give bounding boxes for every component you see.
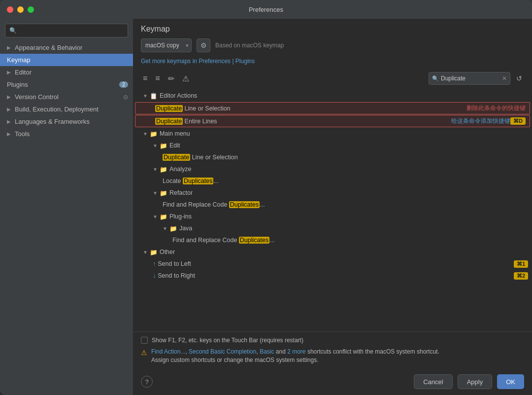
expand-all-button[interactable]: ≡ bbox=[141, 73, 149, 84]
send-right-icon: ↓ bbox=[153, 272, 156, 279]
main-content: 🔍 ▶ Appearance & Behavior Keymap ▶ Edito… bbox=[0, 19, 532, 395]
keymap-select[interactable]: macOS copy bbox=[141, 38, 192, 52]
main-menu-icon: 📁 bbox=[150, 130, 158, 138]
analyze-folder-icon: 📁 bbox=[160, 166, 167, 173]
sidebar-item-keymap[interactable]: Keymap bbox=[0, 54, 133, 66]
bottom-area: Show F1, F2, etc. keys on the Touch Bar … bbox=[133, 331, 532, 369]
tree-area: ▼ 📋 Editor Actions Duplicate Line or Sel… bbox=[133, 88, 532, 331]
touch-bar-row: Show F1, F2, etc. keys on the Touch Bar … bbox=[141, 337, 524, 344]
sidebar-item-version-control[interactable]: ▶ Version Control ⊙ bbox=[0, 91, 133, 103]
tree-row-java[interactable]: ▼ 📁 Java bbox=[133, 222, 532, 234]
sidebar-item-editor[interactable]: ▶ Editor bbox=[0, 66, 133, 78]
duplicates-highlight4: Duplicates bbox=[183, 178, 213, 184]
help-button[interactable]: ? bbox=[141, 376, 153, 388]
basic-link[interactable]: Basic bbox=[260, 348, 274, 355]
warning-button[interactable]: ⚠ bbox=[180, 73, 191, 84]
sidebar-item-label: Build, Execution, Deployment bbox=[15, 106, 99, 113]
analyze-label: Analyze bbox=[169, 166, 191, 173]
minimize-button[interactable] bbox=[17, 6, 24, 13]
second-basic-link[interactable]: Second Basic Completion bbox=[189, 348, 256, 355]
touch-bar-checkbox[interactable] bbox=[141, 337, 148, 344]
edit-label: Edit bbox=[169, 142, 180, 149]
warning-text2: Assign custom shortcuts or change the ma… bbox=[151, 357, 318, 363]
find-action-link[interactable]: Find Action... bbox=[151, 348, 185, 355]
more-link[interactable]: 2 more bbox=[287, 348, 305, 355]
apply-button[interactable]: Apply bbox=[458, 374, 493, 389]
locate-post: ... bbox=[213, 178, 218, 184]
tree-row-duplicate-entire[interactable]: Duplicate Entire Lines 给这条命令添加快捷键 ⌘D bbox=[135, 115, 530, 127]
chevron-down-icon: ▼ bbox=[153, 167, 158, 172]
clear-search-button[interactable]: ✕ bbox=[502, 75, 507, 82]
remove-shortcut-text: 删除此条命令的快捷键 bbox=[466, 104, 526, 112]
edit-button[interactable]: ✏ bbox=[166, 73, 176, 84]
keymap-select-wrapper: macOS copy bbox=[141, 38, 192, 52]
ok-button[interactable]: OK bbox=[497, 374, 524, 389]
warning-icon: ⚠ bbox=[141, 348, 147, 358]
add-shortcut-text: 给这条命令添加快捷键 bbox=[451, 117, 510, 125]
chevron-right-icon: ▶ bbox=[7, 94, 11, 100]
toolbar-row: ≡ ≡ ✏ ⚠ 🔍 Duplicate ✕ ↺ bbox=[133, 69, 532, 88]
vcs-icon: ⊙ bbox=[123, 94, 128, 101]
sidebar-item-plugins[interactable]: Plugins 2 bbox=[0, 78, 133, 91]
right-panel: Keymap macOS copy ⚙ Based on macOS keyma… bbox=[133, 19, 532, 395]
tree-row-editor-actions[interactable]: ▼ 📋 Editor Actions bbox=[133, 90, 532, 102]
maximize-button[interactable] bbox=[28, 6, 34, 13]
tree-row-duplicate-line[interactable]: Duplicate Line or Selection 删除此条命令的快捷键 bbox=[135, 102, 530, 114]
locate-duplicates-label: Locate Duplicates... bbox=[163, 178, 528, 184]
edit-folder-icon: 📁 bbox=[160, 142, 167, 149]
sidebar-item-build[interactable]: ▶ Build, Execution, Deployment bbox=[0, 103, 133, 115]
duplicate-entire-suffix: Entire Lines bbox=[185, 118, 217, 125]
search-field: 🔍 Duplicate ✕ bbox=[429, 72, 510, 85]
tree-row-main-menu[interactable]: ▼ 📁 Main menu bbox=[133, 128, 532, 140]
sidebar-item-label: Keymap bbox=[7, 56, 31, 64]
close-button[interactable] bbox=[7, 6, 13, 13]
edit-duplicate-suffix: Line or Selection bbox=[192, 154, 238, 161]
tree-row-analyze[interactable]: ▼ 📁 Analyze bbox=[133, 163, 532, 175]
plugin-links-row: Get more keymaps in Preferences | Plugin… bbox=[141, 56, 524, 65]
tree-row-other[interactable]: ▼ 📁 Other bbox=[133, 246, 532, 258]
plugins-badge: 2 bbox=[119, 81, 128, 88]
warning-text: Find Action..., Second Basic Completion,… bbox=[151, 348, 439, 364]
java-post: ... bbox=[269, 237, 274, 244]
tree-row-send-right[interactable]: ↓ Send to Right ⌘2 bbox=[133, 270, 532, 282]
gear-button[interactable]: ⚙ bbox=[197, 38, 210, 52]
touch-bar-label: Show F1, F2, etc. keys on the Touch Bar … bbox=[152, 337, 303, 344]
tree-row-locate-duplicates[interactable]: Locate Duplicates... bbox=[133, 175, 532, 187]
edit-duplicate-label: Duplicate Line or Selection bbox=[163, 154, 528, 161]
tree-row-edit-duplicate[interactable]: Duplicate Line or Selection bbox=[133, 151, 532, 163]
main-menu-label: Main menu bbox=[160, 130, 190, 137]
java-dup-label: Find and Replace Code Duplicates... bbox=[172, 237, 528, 244]
sidebar-item-label: Plugins bbox=[7, 81, 28, 88]
search-history-button[interactable]: ↺ bbox=[514, 73, 524, 83]
search-input[interactable]: Duplicate bbox=[441, 75, 500, 82]
tree-row-plugins[interactable]: ▼ 📁 Plug-ins bbox=[133, 211, 532, 222]
chevron-down-icon: ▼ bbox=[153, 143, 158, 148]
chevron-down-icon: ▼ bbox=[143, 131, 148, 137]
sidebar-item-label: Version Control bbox=[15, 93, 59, 101]
cancel-button[interactable]: Cancel bbox=[414, 374, 452, 389]
java-folder-icon: 📁 bbox=[169, 225, 177, 232]
tree-row-java-duplicates[interactable]: Find and Replace Code Duplicates... bbox=[133, 234, 532, 246]
sidebar-search-input[interactable] bbox=[20, 27, 124, 34]
tree-row-refactor[interactable]: ▼ 📁 Refactor bbox=[133, 187, 532, 199]
chevron-right-icon: ▶ bbox=[7, 70, 11, 75]
sidebar: 🔍 ▶ Appearance & Behavior Keymap ▶ Edito… bbox=[0, 19, 133, 395]
plugin-links[interactable]: Get more keymaps in Preferences | Plugin… bbox=[141, 58, 255, 65]
sidebar-item-tools[interactable]: ▶ Tools bbox=[0, 128, 133, 140]
duplicate-highlight: Duplicate bbox=[155, 105, 183, 112]
tree-row-send-left[interactable]: ↑ Send to Left ⌘1 bbox=[133, 258, 532, 270]
sidebar-item-appearance[interactable]: ▶ Appearance & Behavior bbox=[0, 41, 133, 54]
refactor-post: ... bbox=[260, 201, 265, 208]
cmd-d-badge: ⌘D bbox=[510, 117, 526, 125]
cmd2-badge: ⌘2 bbox=[514, 272, 528, 280]
collapse-all-button[interactable]: ≡ bbox=[153, 73, 162, 84]
chevron-right-icon: ▶ bbox=[7, 119, 11, 124]
chevron-right-icon: ▶ bbox=[7, 45, 11, 50]
chevron-down-icon: ▼ bbox=[143, 93, 148, 99]
duplicate-highlight2: Duplicate bbox=[155, 118, 183, 125]
sidebar-search-box[interactable]: 🔍 bbox=[5, 24, 128, 37]
chevron-down-icon: ▼ bbox=[153, 190, 158, 196]
tree-row-refactor-duplicates[interactable]: Find and Replace Code Duplicates... bbox=[133, 199, 532, 211]
tree-row-edit[interactable]: ▼ 📁 Edit bbox=[133, 140, 532, 151]
sidebar-item-languages[interactable]: ▶ Languages & Frameworks bbox=[0, 115, 133, 128]
